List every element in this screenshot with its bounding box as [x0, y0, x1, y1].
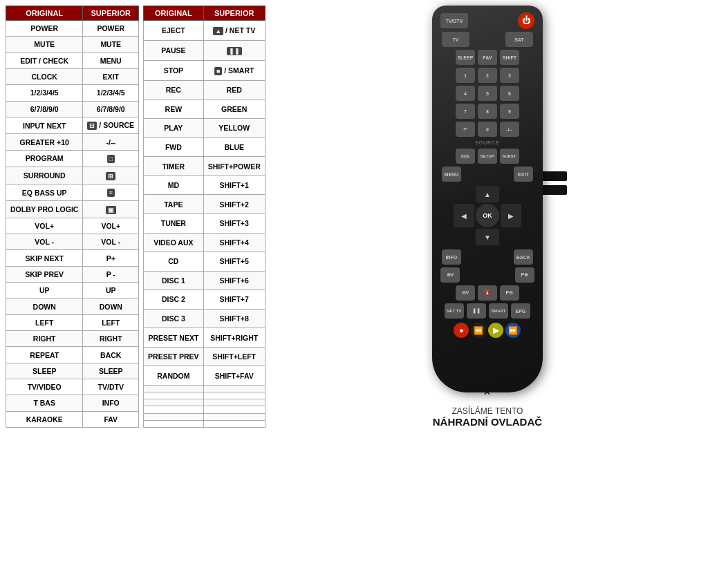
original-cell: VOL+: [6, 218, 83, 234]
setup-button[interactable]: SETUP: [478, 149, 497, 164]
power-button[interactable]: ⏻: [518, 12, 534, 29]
info-button[interactable]: INFO: [442, 249, 461, 265]
btn-6[interactable]: 6: [500, 86, 519, 101]
table-row: MUTEMUTE: [6, 37, 139, 53]
mute-button[interactable]: 🔇: [478, 285, 497, 301]
btn-dash[interactable]: -/--: [500, 122, 519, 137]
original-cell: MUTE: [6, 37, 83, 53]
original-cell: SKIP PREV: [6, 266, 83, 282]
btn-4[interactable]: 4: [456, 86, 475, 101]
original-cell: [144, 392, 204, 399]
superior-cell: [203, 399, 265, 406]
superior-cell: POWER: [83, 21, 139, 37]
fav-button[interactable]: FAV: [478, 50, 497, 65]
original-cell: VIDEO AUX: [144, 233, 204, 252]
btn-3[interactable]: 3: [500, 68, 519, 83]
btn-2[interactable]: 2: [478, 68, 497, 83]
superior-cell: ❚❚: [203, 41, 265, 61]
tvdtv-button[interactable]: TV/DTV: [440, 13, 468, 28]
superior-cell: SHIFT+4: [203, 233, 265, 252]
table-row: REPEATBACK: [6, 347, 139, 363]
nav-down-button[interactable]: ▼: [476, 229, 499, 245]
original-cell: LEFT: [6, 314, 83, 330]
original-cell: REC: [144, 81, 204, 100]
superior-cell: SHIFT+8: [203, 309, 265, 328]
nav-left-button[interactable]: ◀: [454, 204, 474, 227]
btn-5[interactable]: 5: [478, 86, 497, 101]
original-cell: STOP: [144, 61, 204, 81]
exit-button[interactable]: EXIT: [514, 167, 533, 182]
shift-button[interactable]: SHIFT: [500, 50, 519, 65]
vol-plus-left[interactable]: ⊕V: [440, 267, 460, 283]
table-row: MDSHIFT+1: [144, 176, 266, 195]
pause-icon: ❚❚: [227, 47, 242, 55]
table-row: TIMERSHIFT+POWER: [144, 157, 266, 176]
nettv-button[interactable]: NET TV: [445, 303, 464, 319]
table-row: STOP■ / SMART: [144, 61, 266, 81]
menu-button[interactable]: MENU: [442, 167, 461, 182]
nav-right-button[interactable]: ▶: [501, 204, 521, 227]
bottom-text: ⌃ ZASÍLÁME TENTO NÁHRADNÍ OVLADAČ: [433, 388, 542, 428]
table-row: CDSHIFT+5: [144, 252, 266, 272]
nav-up-button[interactable]: ▲: [476, 186, 499, 202]
bottom-line2: NÁHRADNÍ OVLADAČ: [433, 416, 542, 428]
eq-icon: ≡: [107, 189, 115, 197]
superior-cell: EXIT: [83, 68, 139, 84]
original-cell: RANDOM: [144, 366, 204, 386]
original-cell: DISC 1: [144, 271, 204, 290]
original-cell: EDIT / CHECK: [6, 53, 83, 68]
original-cell: [144, 413, 204, 420]
back-button[interactable]: BACK: [514, 249, 533, 265]
superior-cell: RED: [203, 81, 265, 100]
table-row: DOLBY PRO LOGIC▣: [6, 201, 139, 218]
superior-cell: □: [83, 150, 139, 167]
sleep-button[interactable]: SLEEP: [456, 50, 475, 65]
table-row: [144, 392, 266, 399]
nav-cross: ▲ ◀ OK ▶ ▼: [454, 186, 521, 245]
p-minus-right[interactable]: P⊖: [500, 285, 519, 301]
superior-cell: SHIFT+6: [203, 271, 265, 290]
rewind-button[interactable]: ⏪: [471, 323, 486, 338]
table-row: DISC 1SHIFT+6: [144, 271, 266, 290]
superior-cell: ■ / SMART: [203, 61, 265, 81]
superior-cell: YELLOW: [203, 119, 265, 138]
ok-button[interactable]: OK: [476, 204, 499, 227]
btn-back-arrow[interactable]: ↩: [456, 122, 475, 137]
original-cell: DISC 3: [144, 309, 204, 328]
smart-button[interactable]: SMART: [489, 303, 508, 319]
original-cell: REW: [144, 99, 204, 119]
pause-btn2[interactable]: ❚❚: [467, 303, 486, 319]
table-row: DISC 3SHIFT+8: [144, 309, 266, 328]
table-row: 6/7/8/9/06/7/8/9/0: [6, 101, 139, 117]
superior-cell: P -: [83, 266, 139, 282]
table-row: LEFTLEFT: [6, 314, 139, 330]
sat-button[interactable]: SAT: [505, 32, 533, 47]
btn-7[interactable]: 7: [456, 104, 475, 119]
superior-cell: SHIFT+RIGHT: [203, 328, 265, 348]
original-cell: KARAOKE: [6, 411, 83, 427]
epg-button[interactable]: EPG: [511, 303, 530, 319]
table-row: KARAOKEFAV: [6, 411, 139, 427]
source-label: SOURCE: [475, 140, 500, 145]
superior-cell: GREEN: [203, 99, 265, 119]
play-button[interactable]: ▶: [488, 323, 503, 338]
superior-cell: [203, 413, 265, 420]
tv-button[interactable]: TV: [442, 32, 469, 47]
vol-minus-left[interactable]: ⊖V: [456, 285, 475, 301]
superior-cell: SHIFT+3: [203, 214, 265, 233]
btn-9[interactable]: 9: [500, 104, 519, 119]
rec-red-button[interactable]: ●: [454, 323, 469, 338]
p-plus-right[interactable]: P⊕: [515, 267, 534, 283]
subst-button[interactable]: SUBST.: [500, 149, 519, 164]
remote-control: TV/DTV ⏻ TV SAT SLEEP FAV SHIFT 1 2 3: [432, 6, 543, 392]
btn-8[interactable]: 8: [478, 104, 497, 119]
ff-button[interactable]: ⏩: [505, 323, 521, 338]
table-row: SLEEPSLEEP: [6, 363, 139, 379]
size-button[interactable]: SIZE: [456, 149, 475, 164]
original-cell: INPUT NEXT: [6, 117, 83, 134]
original-cell: [144, 406, 204, 413]
btn-1[interactable]: 1: [456, 68, 475, 83]
btn-0[interactable]: 0: [478, 122, 497, 137]
table-row: VOL -VOL -: [6, 234, 139, 250]
original-cell: CD: [144, 252, 204, 272]
